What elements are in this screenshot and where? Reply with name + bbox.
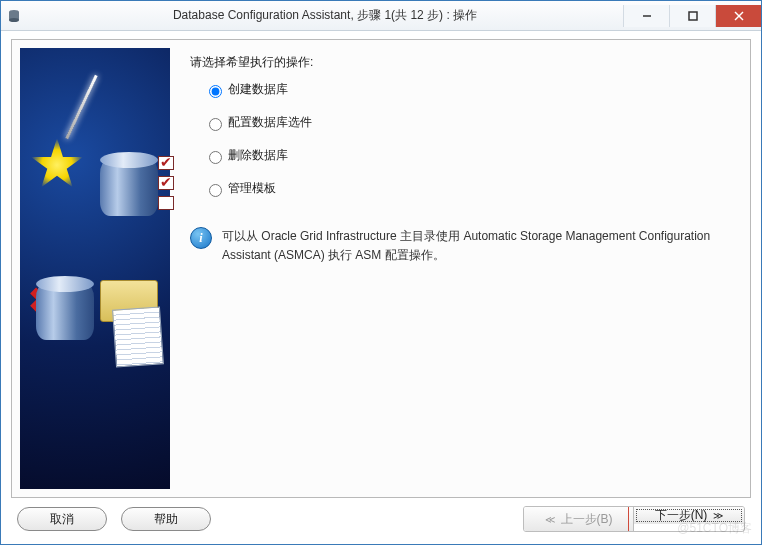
- cancel-button[interactable]: 取消: [17, 507, 107, 531]
- chevron-right-icon: ≫: [713, 510, 723, 521]
- next-highlight: 下一步(N) ≫: [634, 507, 744, 531]
- svg-rect-4: [689, 12, 697, 20]
- body: ✖ 请选择希望执行的操作: 创建数据库 配置数据库选件 删除数据库: [1, 31, 761, 544]
- button-bar: 取消 帮助 ≪ 上一步(B) 下一步(N) ≫: [11, 498, 751, 538]
- back-button[interactable]: ≪ 上一步(B): [524, 507, 634, 531]
- nav-buttons: ≪ 上一步(B) 下一步(N) ≫: [523, 506, 745, 532]
- info-text: 可以从 Oracle Grid Infrastructure 主目录使用 Aut…: [222, 227, 732, 265]
- wizard-graphic: ✖: [20, 48, 170, 489]
- close-button[interactable]: [715, 5, 761, 27]
- option-label: 配置数据库选件: [228, 114, 312, 131]
- option-label: 删除数据库: [228, 147, 288, 164]
- dbca-window: Database Configuration Assistant, 步骤 1(共…: [0, 0, 762, 545]
- next-label: 下一步(N): [655, 507, 708, 524]
- app-icon: [1, 9, 27, 23]
- radio-configure-database[interactable]: [209, 118, 222, 131]
- cancel-label: 取消: [50, 511, 74, 528]
- titlebar: Database Configuration Assistant, 步骤 1(共…: [1, 1, 761, 31]
- option-label: 创建数据库: [228, 81, 288, 98]
- option-create-database[interactable]: 创建数据库: [204, 81, 732, 98]
- maximize-button[interactable]: [669, 5, 715, 27]
- window-controls: [623, 5, 761, 27]
- radio-delete-database[interactable]: [209, 151, 222, 164]
- info-icon: i: [190, 227, 212, 249]
- minimize-button[interactable]: [623, 5, 669, 27]
- back-label: 上一步(B): [561, 511, 613, 528]
- content-frame: ✖ 请选择希望执行的操作: 创建数据库 配置数据库选件 删除数据库: [11, 39, 751, 498]
- next-button[interactable]: 下一步(N) ≫: [634, 507, 744, 524]
- help-label: 帮助: [154, 511, 178, 528]
- svg-point-2: [9, 18, 19, 22]
- help-button[interactable]: 帮助: [121, 507, 211, 531]
- radio-create-database[interactable]: [209, 85, 222, 98]
- chevron-left-icon: ≪: [545, 514, 555, 525]
- prompt-label: 请选择希望执行的操作:: [190, 54, 732, 71]
- option-delete-database[interactable]: 删除数据库: [204, 147, 732, 164]
- main-content: 请选择希望执行的操作: 创建数据库 配置数据库选件 删除数据库 管理模板: [178, 40, 750, 497]
- info-panel: i 可以从 Oracle Grid Infrastructure 主目录使用 A…: [190, 227, 732, 265]
- option-manage-templates[interactable]: 管理模板: [204, 180, 732, 197]
- window-title: Database Configuration Assistant, 步骤 1(共…: [27, 7, 623, 24]
- radio-manage-templates[interactable]: [209, 184, 222, 197]
- option-label: 管理模板: [228, 180, 276, 197]
- option-configure-database[interactable]: 配置数据库选件: [204, 114, 732, 131]
